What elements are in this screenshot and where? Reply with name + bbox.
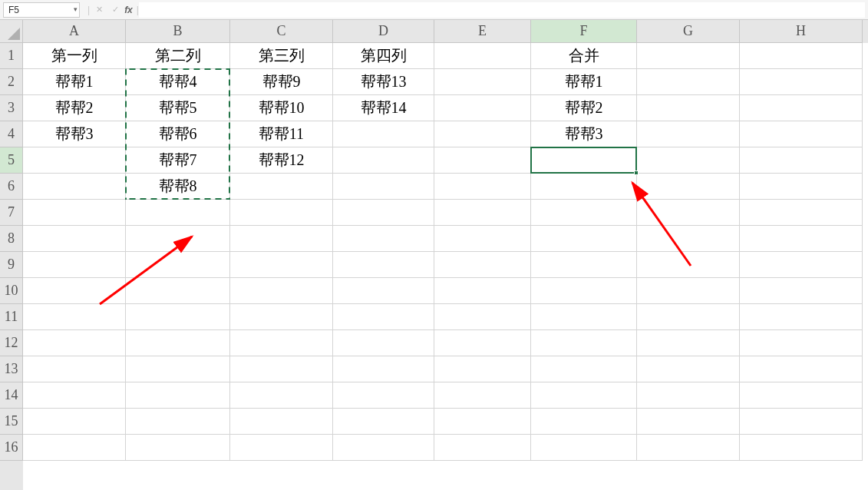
chevron-down-icon[interactable]: ▾ bbox=[74, 5, 78, 13]
cell-F15[interactable] bbox=[531, 409, 637, 435]
row-header-3[interactable]: 3 bbox=[0, 95, 23, 121]
cell-F6[interactable] bbox=[531, 174, 637, 200]
cancel-formula-button[interactable]: ✕ bbox=[92, 3, 106, 17]
cell-A5[interactable] bbox=[23, 147, 126, 174]
cell-C3[interactable]: 帮帮10 bbox=[230, 95, 333, 121]
cell-G7[interactable] bbox=[637, 200, 740, 226]
cell-F2[interactable]: 帮帮1 bbox=[531, 69, 637, 95]
cell-A4[interactable]: 帮帮3 bbox=[23, 121, 126, 147]
col-header-A[interactable]: A bbox=[23, 20, 126, 43]
cell-F11[interactable] bbox=[531, 304, 637, 330]
row-header-13[interactable]: 13 bbox=[0, 356, 23, 382]
col-header-D[interactable]: D bbox=[333, 20, 434, 43]
cell-A6[interactable] bbox=[23, 174, 126, 200]
cell-C2[interactable]: 帮帮9 bbox=[230, 69, 333, 95]
cell-D3[interactable]: 帮帮14 bbox=[333, 95, 434, 121]
cell-G3[interactable] bbox=[637, 95, 740, 121]
cell-F5[interactable] bbox=[531, 147, 637, 174]
cell-C9[interactable] bbox=[230, 252, 333, 278]
cell-F10[interactable] bbox=[531, 278, 637, 304]
cell-G5[interactable] bbox=[637, 147, 740, 174]
cell-D2[interactable]: 帮帮13 bbox=[333, 69, 434, 95]
cell-G10[interactable] bbox=[637, 278, 740, 304]
cell-G1[interactable] bbox=[637, 43, 740, 69]
cell-C1[interactable]: 第三列 bbox=[230, 43, 333, 69]
row-header-10[interactable]: 10 bbox=[0, 278, 23, 304]
cell-D6[interactable] bbox=[333, 174, 434, 200]
cell-F14[interactable] bbox=[531, 382, 637, 409]
cell-H16[interactable] bbox=[740, 435, 863, 461]
cell-E11[interactable] bbox=[434, 304, 531, 330]
cell-C4[interactable]: 帮帮11 bbox=[230, 121, 333, 147]
row-header-15[interactable]: 15 bbox=[0, 409, 23, 435]
cell-B6[interactable]: 帮帮8 bbox=[126, 174, 230, 200]
cell-H1[interactable] bbox=[740, 43, 863, 69]
cell-B10[interactable] bbox=[126, 278, 230, 304]
cell-G12[interactable] bbox=[637, 330, 740, 356]
cell-B15[interactable] bbox=[126, 409, 230, 435]
row-header-14[interactable]: 14 bbox=[0, 382, 23, 409]
row-header-8[interactable]: 8 bbox=[0, 226, 23, 252]
cell-B7[interactable] bbox=[126, 200, 230, 226]
cell-F9[interactable] bbox=[531, 252, 637, 278]
cell-B9[interactable] bbox=[126, 252, 230, 278]
cell-D7[interactable] bbox=[333, 200, 434, 226]
cell-C16[interactable] bbox=[230, 435, 333, 461]
cell-B8[interactable] bbox=[126, 226, 230, 252]
cell-D16[interactable] bbox=[333, 435, 434, 461]
cell-A10[interactable] bbox=[23, 278, 126, 304]
cell-B3[interactable]: 帮帮5 bbox=[126, 95, 230, 121]
cell-A11[interactable] bbox=[23, 304, 126, 330]
cell-B11[interactable] bbox=[126, 304, 230, 330]
cell-D10[interactable] bbox=[333, 278, 434, 304]
cell-C10[interactable] bbox=[230, 278, 333, 304]
cell-C7[interactable] bbox=[230, 200, 333, 226]
cell-D9[interactable] bbox=[333, 252, 434, 278]
cell-grid[interactable]: 第一列第二列第三列第四列合并帮帮1帮帮4帮帮9帮帮13帮帮1帮帮2帮帮5帮帮10… bbox=[23, 43, 868, 490]
cell-A12[interactable] bbox=[23, 330, 126, 356]
cell-E10[interactable] bbox=[434, 278, 531, 304]
cell-D12[interactable] bbox=[333, 330, 434, 356]
cell-E4[interactable] bbox=[434, 121, 531, 147]
cell-G2[interactable] bbox=[637, 69, 740, 95]
row-header-6[interactable]: 6 bbox=[0, 174, 23, 200]
cell-A13[interactable] bbox=[23, 356, 126, 382]
cell-C15[interactable] bbox=[230, 409, 333, 435]
cell-A3[interactable]: 帮帮2 bbox=[23, 95, 126, 121]
cell-E13[interactable] bbox=[434, 356, 531, 382]
cell-D15[interactable] bbox=[333, 409, 434, 435]
cell-H3[interactable] bbox=[740, 95, 863, 121]
cell-G9[interactable] bbox=[637, 252, 740, 278]
cell-F3[interactable]: 帮帮2 bbox=[531, 95, 637, 121]
cell-G8[interactable] bbox=[637, 226, 740, 252]
col-header-B[interactable]: B bbox=[126, 20, 230, 43]
cell-F13[interactable] bbox=[531, 356, 637, 382]
row-header-9[interactable]: 9 bbox=[0, 252, 23, 278]
fx-icon[interactable]: fx bbox=[124, 5, 133, 15]
cell-H2[interactable] bbox=[740, 69, 863, 95]
cell-A9[interactable] bbox=[23, 252, 126, 278]
cell-H11[interactable] bbox=[740, 304, 863, 330]
cell-E6[interactable] bbox=[434, 174, 531, 200]
row-header-12[interactable]: 12 bbox=[0, 330, 23, 356]
cell-D1[interactable]: 第四列 bbox=[333, 43, 434, 69]
cell-F8[interactable] bbox=[531, 226, 637, 252]
cell-G4[interactable] bbox=[637, 121, 740, 147]
col-header-H[interactable]: H bbox=[740, 20, 863, 43]
cell-E15[interactable] bbox=[434, 409, 531, 435]
cell-C13[interactable] bbox=[230, 356, 333, 382]
cell-H10[interactable] bbox=[740, 278, 863, 304]
cell-D8[interactable] bbox=[333, 226, 434, 252]
cell-E5[interactable] bbox=[434, 147, 531, 174]
cell-H9[interactable] bbox=[740, 252, 863, 278]
row-header-4[interactable]: 4 bbox=[0, 121, 23, 147]
cell-E12[interactable] bbox=[434, 330, 531, 356]
cell-H8[interactable] bbox=[740, 226, 863, 252]
cell-B5[interactable]: 帮帮7 bbox=[126, 147, 230, 174]
cell-G14[interactable] bbox=[637, 382, 740, 409]
row-header-2[interactable]: 2 bbox=[0, 69, 23, 95]
cell-H14[interactable] bbox=[740, 382, 863, 409]
cell-B2[interactable]: 帮帮4 bbox=[126, 69, 230, 95]
cell-D4[interactable] bbox=[333, 121, 434, 147]
cell-G11[interactable] bbox=[637, 304, 740, 330]
